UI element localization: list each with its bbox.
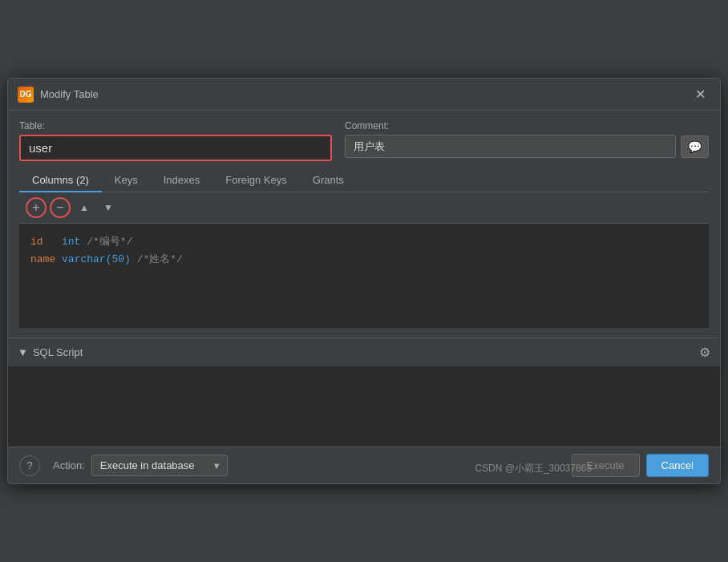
action-select-wrap: Execute in database Generate SQL script … [91, 455, 228, 476]
col-comment-id: /*编号*/ [80, 233, 132, 251]
comment-input[interactable] [345, 135, 676, 158]
close-button[interactable]: ✕ [690, 85, 710, 103]
col-name-id: id [30, 233, 43, 251]
sql-section-title: SQL Script [33, 346, 83, 358]
chevron-up-icon: ▲ [79, 202, 89, 213]
columns-toolbar: + − ▲ ▼ [19, 192, 709, 224]
titlebar-left: DG Modify Table [18, 87, 99, 103]
help-button[interactable]: ? [19, 455, 40, 476]
comment-field-group: Comment: 💬 [345, 120, 709, 158]
tab-grants[interactable]: Grants [300, 169, 357, 192]
table-name-input[interactable] [19, 135, 332, 161]
gear-icon: ⚙ [699, 346, 710, 359]
move-up-button[interactable]: ▲ [74, 197, 95, 218]
code-line-name: name varchar(50) /*姓名*/ [30, 251, 698, 269]
columns-code-area: id int /*编号*/ name varchar(50) /*姓名*/ [19, 224, 709, 328]
sql-script-content [8, 366, 720, 447]
table-field-group: Table: [19, 120, 332, 161]
move-down-button[interactable]: ▼ [98, 197, 119, 218]
comment-edit-button[interactable]: 💬 [681, 135, 709, 158]
cancel-button[interactable]: Cancel [646, 454, 709, 477]
action-label: Action: [53, 459, 85, 471]
watermark: CSDN @小霸王_30037863 [475, 462, 592, 475]
plus-icon: + [32, 200, 39, 215]
tab-indexes[interactable]: Indexes [151, 169, 213, 192]
col-type-int: int [62, 233, 80, 251]
code-line-id: id int /*编号*/ [30, 233, 698, 251]
dialog-title: Modify Table [40, 88, 99, 100]
comment-label: Comment: [345, 120, 709, 131]
remove-column-button[interactable]: − [50, 197, 71, 218]
tab-columns[interactable]: Columns (2) [19, 169, 102, 192]
bottom-bar: ? Action: Execute in database Generate S… [8, 447, 720, 483]
titlebar: DG Modify Table ✕ [8, 79, 720, 111]
table-label: Table: [19, 120, 332, 131]
sql-settings-button[interactable]: ⚙ [699, 345, 710, 360]
form-row: Table: Comment: 💬 [19, 120, 709, 161]
action-row: Action: Execute in database Generate SQL… [53, 455, 228, 476]
comment-row: 💬 [345, 135, 709, 158]
app-icon: DG [18, 87, 34, 103]
tab-keys[interactable]: Keys [102, 169, 151, 192]
question-mark-icon: ? [26, 459, 32, 471]
button-row: Execute Cancel [572, 454, 709, 477]
tabs-bar: Columns (2) Keys Indexes Foreign Keys Gr… [19, 169, 709, 192]
modify-table-dialog: DG Modify Table ✕ Table: Comment: 💬 [7, 78, 721, 484]
action-select[interactable]: Execute in database Generate SQL script … [91, 455, 228, 476]
col-comment-name: /*姓名*/ [131, 251, 183, 269]
sql-script-section: ▼ SQL Script ⚙ [8, 338, 720, 447]
chevron-down-icon: ▼ [103, 202, 113, 213]
minus-icon: − [56, 200, 63, 215]
tab-foreign-keys[interactable]: Foreign Keys [212, 169, 300, 192]
sql-header-left: ▼ SQL Script [18, 346, 83, 358]
col-name-name: name [30, 251, 55, 269]
sql-script-header[interactable]: ▼ SQL Script ⚙ [8, 338, 720, 366]
col-type-varchar: varchar(50) [62, 251, 131, 269]
dialog-body: Table: Comment: 💬 Columns (2) Keys Index… [8, 111, 720, 338]
sql-collapse-icon: ▼ [18, 346, 28, 358]
add-column-button[interactable]: + [26, 197, 47, 218]
